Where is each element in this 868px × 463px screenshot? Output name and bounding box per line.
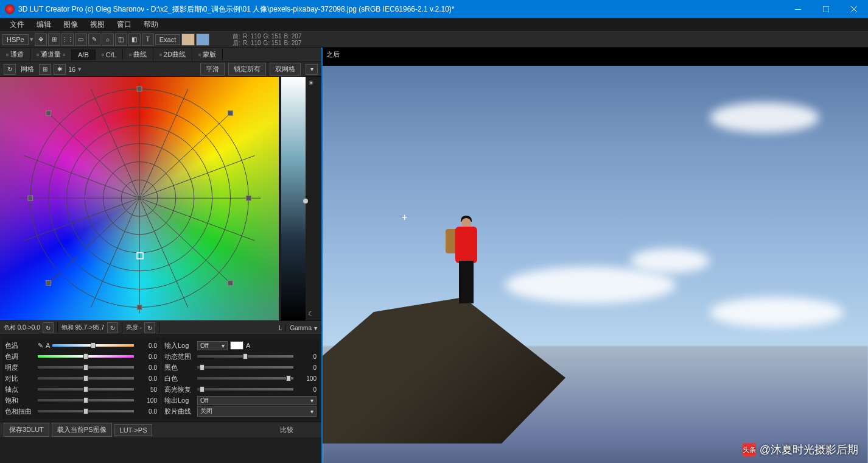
luminance-slider[interactable]	[281, 77, 306, 320]
a-label: A	[46, 342, 50, 349]
person-figure	[444, 218, 481, 303]
svg-rect-0	[795, 9, 801, 10]
adjustment-sliders: 色温 ✎ A 0.0 色调0.0 明度0.0 对比0.0 轴点50 饱和100 …	[0, 335, 321, 422]
reset-grid-icon[interactable]: ↻	[4, 64, 16, 75]
color-wheel[interactable]	[0, 77, 279, 320]
moon-icon[interactable]: ☾	[308, 310, 319, 318]
left-panel: 通道 通道量 A/B C/L 曲线 2D曲线 蒙版 ↻ 网格 ⊞ ✱ 16 ▾ …	[0, 48, 323, 463]
dropdown-arrow-icon: ▾	[30, 35, 33, 43]
eyedropper-icon[interactable]: ✎	[88, 34, 100, 46]
minimize-button[interactable]	[784, 0, 812, 18]
color-mode-dropdown[interactable]: HSPe	[2, 34, 29, 45]
svg-line-15	[49, 113, 139, 198]
svg-line-12	[139, 113, 230, 198]
menu-help[interactable]: 帮助	[138, 18, 164, 31]
svg-line-14	[139, 198, 230, 283]
svg-rect-29	[228, 111, 233, 116]
svg-line-16	[139, 155, 254, 198]
watermark-icon: 头条	[743, 443, 756, 456]
tab-2dcurves[interactable]: 2D曲线	[153, 48, 192, 61]
tab-ab[interactable]: A/B	[72, 49, 96, 60]
menu-file[interactable]: 文件	[4, 18, 30, 31]
compare-label[interactable]: 比较	[280, 425, 293, 434]
brightness-icon[interactable]: ☀	[308, 79, 319, 87]
menu-window[interactable]: 窗口	[111, 18, 138, 31]
input-swatch[interactable]	[230, 341, 243, 350]
move-tool-icon[interactable]: ✥	[35, 34, 47, 46]
grid-label: 网格	[18, 65, 37, 74]
select-tool-icon[interactable]: ▭	[75, 34, 87, 46]
foreground-swatch[interactable]	[181, 34, 195, 46]
hue-twist-slider[interactable]	[38, 410, 134, 412]
highlight-slider[interactable]	[197, 388, 293, 391]
picker-cursor[interactable]	[137, 253, 143, 259]
pivot-slider[interactable]	[38, 388, 134, 391]
hue-reset-icon[interactable]: ↻	[43, 322, 54, 333]
input-log-dropdown[interactable]: Off▾	[197, 341, 228, 350]
gamma-dropdown[interactable]: Gamma	[290, 325, 312, 331]
exact-button[interactable]: Exact	[155, 34, 181, 45]
smooth-button[interactable]: 平滑	[200, 63, 225, 76]
svg-rect-1	[823, 6, 829, 12]
film-curve-dropdown[interactable]: 关闭▾	[197, 406, 317, 417]
brightness-slider[interactable]	[38, 366, 134, 369]
save-3dlut-button[interactable]: 保存3DLUT	[4, 423, 49, 437]
sat-reset-icon[interactable]: ↻	[107, 322, 118, 333]
dropdown-icon[interactable]: ▾	[78, 65, 82, 73]
menu-edit[interactable]: 编辑	[30, 18, 57, 31]
menu-view[interactable]: 视图	[84, 18, 111, 31]
dynrange-slider[interactable]	[197, 355, 293, 358]
warp-tool-icon[interactable]: ⋮⋮	[61, 34, 74, 46]
white-slider[interactable]	[197, 377, 293, 380]
svg-rect-25	[246, 196, 251, 200]
temp-slider[interactable]	[52, 344, 134, 347]
tab-volume[interactable]: 通道量	[30, 48, 72, 61]
toolbar: HSPe ▾ ✥ ⊞ ⋮⋮ ▭ ✎ ⌕ ◫ ◧ T Exact 前:R: 110…	[0, 32, 868, 48]
tab-channel[interactable]: 通道	[0, 48, 30, 61]
menu-image[interactable]: 图像	[57, 18, 84, 31]
zoom-tool-icon[interactable]: ⌕	[102, 34, 114, 46]
grid-value: 16	[68, 66, 75, 73]
grid-radial-icon[interactable]: ✱	[54, 64, 66, 75]
grid-mesh[interactable]	[0, 77, 279, 319]
tool-buttons: ✥ ⊞ ⋮⋮ ▭ ✎ ⌕ ◫ ◧ T	[35, 34, 154, 46]
preview-area[interactable]: 之后 + 头条 @沐夏时光摄影后期	[323, 48, 868, 463]
eyedropper-icon[interactable]: ✎	[38, 342, 43, 350]
tint-slider[interactable]	[38, 355, 134, 358]
lut-to-ps-button[interactable]: LUT->PS	[114, 424, 153, 436]
load-ps-image-button[interactable]: 载入当前PS图像	[52, 423, 112, 437]
close-button[interactable]	[840, 0, 868, 18]
dualgrid-button[interactable]: 双网格	[270, 63, 301, 76]
svg-rect-27	[137, 87, 142, 91]
tab-mask[interactable]: 蒙版	[192, 48, 223, 61]
text-tool-icon[interactable]: T	[142, 34, 154, 46]
sat-readout: 饱和 95.7->95.7	[61, 323, 105, 332]
luminance-handle[interactable]	[303, 199, 308, 203]
color-wheel-area: ☀ ☾	[0, 77, 321, 320]
log-adjustments: 输入Log Off▾ A 动态范围0 黑色0 白色100 高光恢复0 输出Log…	[162, 338, 319, 419]
lum-reset-icon[interactable]: ↻	[144, 322, 155, 333]
crop-tool-icon[interactable]: ◫	[115, 34, 127, 46]
svg-line-19	[24, 155, 139, 198]
grid-tool-icon[interactable]: ⊞	[48, 34, 60, 46]
black-slider[interactable]	[197, 366, 293, 369]
grid-menu-icon[interactable]: ▾	[306, 64, 318, 75]
svg-line-21	[91, 198, 139, 307]
bottom-actions: 保存3DLUT 载入当前PS图像 LUT->PS 比较	[0, 422, 321, 437]
output-log-dropdown[interactable]: Off▾	[197, 396, 317, 405]
svg-rect-31	[228, 281, 233, 286]
svg-rect-24	[137, 196, 142, 200]
lum-readout: 亮度 -	[126, 323, 142, 332]
contrast-slider[interactable]	[38, 377, 134, 380]
maximize-button[interactable]	[812, 0, 840, 18]
tab-curves[interactable]: 曲线	[123, 48, 153, 61]
background-swatch[interactable]	[196, 34, 209, 46]
tab-cl[interactable]: C/L	[96, 49, 123, 60]
lockall-button[interactable]: 锁定所有	[228, 63, 266, 76]
saturation-slider[interactable]	[38, 399, 134, 401]
compare-tool-icon[interactable]: ◧	[128, 34, 141, 46]
svg-line-20	[139, 89, 188, 198]
window-controls	[784, 0, 868, 18]
basic-adjustments: 色温 ✎ A 0.0 色调0.0 明度0.0 对比0.0 轴点50 饱和100 …	[2, 338, 159, 419]
grid-type-icon[interactable]: ⊞	[39, 64, 51, 75]
